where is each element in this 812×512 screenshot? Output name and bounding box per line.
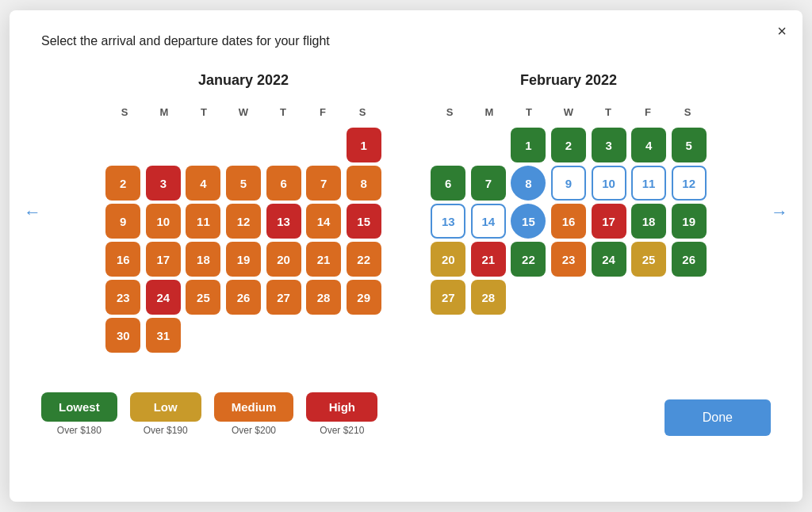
empty-cell <box>186 128 220 162</box>
feb-day-10[interactable]: 10 <box>592 166 626 201</box>
feb-day-9[interactable]: 9 <box>551 166 586 201</box>
jan-day-11[interactable]: 11 <box>186 204 220 239</box>
jan-day-16[interactable]: 16 <box>105 242 140 277</box>
feb-header-s1: S <box>430 103 469 121</box>
jan-day-4[interactable]: 4 <box>186 166 220 201</box>
feb-day-23[interactable]: 23 <box>551 242 586 277</box>
feb-day-15[interactable]: 15 <box>511 204 546 239</box>
feb-day-1[interactable]: 1 <box>511 128 546 162</box>
jan-day-9[interactable]: 9 <box>105 204 140 239</box>
february-title: February 2022 <box>430 72 707 89</box>
feb-day-6[interactable]: 6 <box>431 166 465 201</box>
empty-cell <box>431 128 465 162</box>
feb-day-17[interactable]: 17 <box>592 204 626 239</box>
calendars-container: ← January 2022 S M T W T F S 12345678910… <box>41 72 771 353</box>
jan-header-t1: T <box>184 103 224 121</box>
jan-day-1[interactable]: 1 <box>347 128 381 162</box>
jan-day-24[interactable]: 24 <box>146 280 181 315</box>
feb-day-2[interactable]: 2 <box>551 128 586 162</box>
jan-day-19[interactable]: 19 <box>226 242 261 277</box>
close-button[interactable]: × <box>777 23 787 39</box>
feb-day-13[interactable]: 13 <box>431 204 465 239</box>
empty-cell <box>146 128 181 162</box>
feb-day-14[interactable]: 14 <box>471 204 506 239</box>
jan-day-17[interactable]: 17 <box>146 242 181 277</box>
feb-header-f: F <box>628 103 668 121</box>
empty-cell <box>226 128 261 162</box>
jan-day-28[interactable]: 28 <box>306 280 341 315</box>
feb-day-18[interactable]: 18 <box>631 204 666 239</box>
empty-cell <box>471 128 506 162</box>
legend-sub-lowest: Over $180 <box>57 425 102 436</box>
legend-badge-low: Low <box>130 392 201 422</box>
jan-day-14[interactable]: 14 <box>306 204 341 239</box>
feb-day-27[interactable]: 27 <box>431 280 465 315</box>
legend-sub-medium: Over $200 <box>232 425 276 436</box>
jan-day-2[interactable]: 2 <box>105 166 140 201</box>
jan-day-8[interactable]: 8 <box>347 166 381 201</box>
jan-day-21[interactable]: 21 <box>306 242 341 277</box>
jan-day-18[interactable]: 18 <box>186 242 220 277</box>
jan-day-12[interactable]: 12 <box>226 204 261 239</box>
january-day-headers: S M T W T F S <box>105 103 382 121</box>
jan-day-7[interactable]: 7 <box>306 166 341 201</box>
jan-day-25[interactable]: 25 <box>186 280 220 315</box>
feb-day-22[interactable]: 22 <box>511 242 546 277</box>
jan-day-30[interactable]: 30 <box>105 318 140 353</box>
legend-badge-lowest: Lowest <box>41 392 117 422</box>
jan-day-27[interactable]: 27 <box>266 280 301 315</box>
jan-day-22[interactable]: 22 <box>347 242 381 277</box>
feb-header-s2: S <box>668 103 707 121</box>
modal-title: Select the arrival and departure dates f… <box>41 34 771 48</box>
jan-day-15[interactable]: 15 <box>347 204 381 239</box>
feb-header-t2: T <box>588 103 628 121</box>
feb-day-19[interactable]: 19 <box>672 204 707 239</box>
jan-day-13[interactable]: 13 <box>266 204 301 239</box>
feb-day-12[interactable]: 12 <box>672 166 707 201</box>
footer: LowestOver $180LowOver $190MediumOver $2… <box>41 361 771 436</box>
jan-day-31[interactable]: 31 <box>146 318 181 353</box>
feb-day-24[interactable]: 24 <box>592 242 626 277</box>
jan-day-20[interactable]: 20 <box>266 242 301 277</box>
jan-day-6[interactable]: 6 <box>266 166 301 201</box>
feb-day-5[interactable]: 5 <box>672 128 707 162</box>
feb-day-7[interactable]: 7 <box>471 166 506 201</box>
legend-item-high: HighOver $210 <box>306 392 377 436</box>
jan-day-29[interactable]: 29 <box>347 280 381 315</box>
feb-day-8[interactable]: 8 <box>511 166 546 201</box>
legend-badge-medium: Medium <box>214 392 294 422</box>
jan-day-26[interactable]: 26 <box>226 280 261 315</box>
feb-day-3[interactable]: 3 <box>592 128 626 162</box>
february-grid: 1234567891011121314151617181920212223242… <box>430 128 707 315</box>
feb-day-25[interactable]: 25 <box>631 242 666 277</box>
feb-day-21[interactable]: 21 <box>471 242 506 277</box>
january-title: January 2022 <box>105 72 382 89</box>
legend: LowestOver $180LowOver $190MediumOver $2… <box>41 392 377 436</box>
jan-header-w: W <box>224 103 263 121</box>
feb-header-w: W <box>549 103 588 121</box>
jan-header-f: F <box>303 103 343 121</box>
january-calendar: January 2022 S M T W T F S 1234567891011… <box>105 72 382 353</box>
legend-item-medium: MediumOver $200 <box>214 392 294 436</box>
empty-cell <box>266 128 301 162</box>
legend-item-low: LowOver $190 <box>130 392 201 436</box>
february-day-headers: S M T W T F S <box>430 103 707 121</box>
legend-sub-high: Over $210 <box>320 425 364 436</box>
feb-day-16[interactable]: 16 <box>551 204 586 239</box>
legend-item-lowest: LowestOver $180 <box>41 392 117 436</box>
jan-day-23[interactable]: 23 <box>105 280 140 315</box>
feb-day-26[interactable]: 26 <box>672 242 707 277</box>
feb-day-4[interactable]: 4 <box>631 128 666 162</box>
jan-day-5[interactable]: 5 <box>226 166 261 201</box>
jan-day-10[interactable]: 10 <box>146 204 181 239</box>
jan-day-3[interactable]: 3 <box>146 166 181 201</box>
feb-day-20[interactable]: 20 <box>431 242 465 277</box>
feb-day-11[interactable]: 11 <box>631 166 666 201</box>
next-month-button[interactable]: → <box>764 196 795 229</box>
done-button[interactable]: Done <box>665 399 771 436</box>
jan-header-s2: S <box>343 103 382 121</box>
legend-sub-low: Over $190 <box>144 425 188 436</box>
prev-month-button[interactable]: ← <box>17 196 48 229</box>
feb-day-28[interactable]: 28 <box>471 280 506 315</box>
feb-header-t1: T <box>509 103 549 121</box>
